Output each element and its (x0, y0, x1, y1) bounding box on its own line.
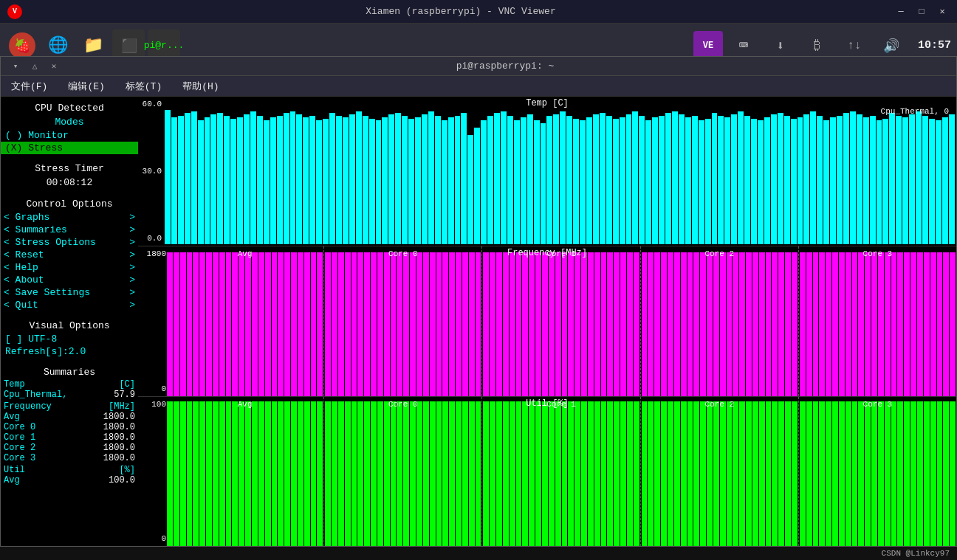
utf8-option[interactable]: [ ] UTF-8 (1, 333, 138, 345)
menu-tabs[interactable]: 标签(T) (121, 78, 166, 94)
freq-bar (766, 252, 772, 395)
temp-bar (205, 117, 210, 245)
util-bar (674, 401, 680, 546)
minimize-button[interactable]: — (893, 4, 908, 19)
menu-help[interactable]: 帮助(H) (178, 78, 223, 94)
freq-bar (345, 252, 351, 395)
freq-bar (278, 252, 284, 395)
freq-bar (291, 252, 297, 395)
freq-bar (910, 252, 916, 395)
freq-bar (516, 252, 522, 395)
freq-section-label: Avg (238, 249, 253, 258)
temp-y-min: 0.0 (138, 234, 162, 243)
util-bar (826, 401, 831, 546)
temp-bar (303, 117, 309, 245)
util-bar (568, 401, 574, 546)
util-bar (924, 401, 930, 546)
menu-file[interactable]: 文件(F) (7, 78, 52, 94)
freq-bar (588, 252, 594, 395)
freq-bar (193, 252, 199, 395)
graphs-menu-item[interactable]: < Graphs > (1, 211, 138, 224)
util-bar (878, 401, 884, 546)
stress-options-menu-item[interactable]: < Stress Options > (1, 236, 138, 249)
temp-bar (909, 114, 915, 245)
util-bar (332, 401, 337, 546)
temp-bar (632, 111, 638, 244)
util-bar (364, 401, 370, 546)
help-menu-item[interactable]: < Help > (1, 261, 138, 274)
temp-bar (857, 114, 862, 245)
util-bar (284, 401, 290, 546)
menu-bar: 文件(F) 编辑(E) 标签(T) 帮助(H) (1, 76, 956, 97)
quit-arrow: > (129, 300, 135, 311)
terminal-close-btn[interactable]: ✕ (47, 61, 61, 72)
temp-bar (356, 111, 362, 244)
temp-bar (580, 120, 586, 245)
save-settings-menu-item[interactable]: < Save Settings > (1, 286, 138, 299)
temp-bar (699, 120, 704, 245)
freq-bar (661, 252, 667, 395)
temp-bar (336, 116, 342, 245)
freq-bar (607, 252, 613, 395)
util-bar (226, 401, 232, 546)
util-bar (858, 401, 864, 546)
close-button[interactable]: ✕ (935, 4, 950, 19)
temp-bar (645, 120, 651, 245)
monitor-mode-item[interactable]: ( ) Monitor (1, 129, 138, 142)
maximize-button[interactable]: □ (914, 4, 929, 19)
temp-bar (882, 119, 888, 245)
about-menu-item[interactable]: < About > (1, 274, 138, 286)
summaries-menu-item[interactable]: < Summaries > (1, 224, 138, 236)
util-bar (397, 401, 402, 546)
freq-bar (397, 252, 402, 395)
summaries-label: < Summaries (4, 224, 67, 235)
quit-menu-item[interactable]: < Quit > (1, 299, 138, 311)
freq-bar (813, 252, 819, 395)
util-bar (423, 401, 429, 546)
reset-menu-item[interactable]: < Reset > (1, 249, 138, 261)
freq-bar (778, 252, 784, 395)
terminal-collapse-btn[interactable]: ▾ (8, 61, 23, 72)
freq-bar (826, 252, 831, 395)
util-bar (642, 401, 648, 546)
temp-bar (250, 111, 256, 244)
util-bar (298, 401, 303, 546)
util-bar (167, 401, 173, 546)
util-bar (654, 401, 660, 546)
terminal-maximize-btn[interactable]: △ (27, 61, 42, 72)
util-section: Core 0 (323, 397, 481, 546)
util-bar (272, 401, 278, 546)
refresh-option[interactable]: Refresh[s]:2.0 (1, 345, 138, 358)
temp-bar (942, 117, 948, 245)
freq-bar (522, 252, 528, 395)
freq-bar (325, 252, 331, 395)
temp-bar (803, 114, 809, 245)
help-arrow: > (129, 262, 135, 273)
temp-bar (705, 119, 711, 245)
freq-bar (423, 252, 429, 395)
util-bar (813, 401, 819, 546)
freq-bar (878, 252, 884, 395)
util-bar (766, 401, 772, 546)
temp-bar (600, 113, 606, 244)
freq-bar (713, 252, 719, 395)
util-bar (187, 401, 193, 546)
freq-bar (885, 252, 891, 395)
freq-bar (483, 252, 489, 395)
util-bar (371, 401, 377, 546)
util-bar (391, 401, 397, 546)
freq-bar (852, 252, 858, 395)
freq-bar (416, 252, 422, 395)
stress-mode-item[interactable]: (X) Stress (1, 142, 138, 154)
util-bar (469, 401, 475, 546)
freq-bar (642, 252, 648, 395)
menu-edit[interactable]: 编辑(E) (64, 78, 109, 94)
freq-bar (785, 252, 791, 395)
temp-bar (171, 117, 177, 245)
freq-bar (317, 252, 323, 395)
freq-bar (687, 252, 693, 395)
temp-bar (712, 113, 718, 244)
temp-bar (566, 116, 572, 245)
freq-bar (258, 252, 264, 395)
temp-bar (408, 119, 414, 245)
